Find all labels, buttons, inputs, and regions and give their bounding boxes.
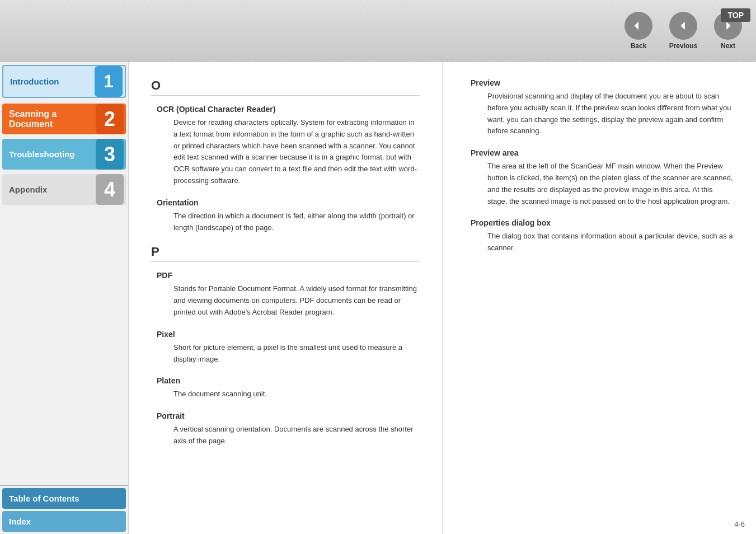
introduction-num: 1 [95,66,123,97]
term-properties-desc: The dialog box that contains information… [487,231,734,254]
back-label: Back [631,42,647,50]
term-pixel-desc: Short for picture element, a pixel is th… [173,342,420,366]
troubleshooting-label: Troubleshooting [2,145,96,163]
scanning-num: 2 [96,104,124,134]
index-button[interactable]: Index [2,511,126,532]
section-o: O [151,78,420,96]
previous-button[interactable]: Previous [661,8,706,53]
term-ocr-title: OCR (Optical Character Reader) [157,105,420,114]
next-label: Next [721,42,735,50]
troubleshooting-num: 3 [96,139,124,170]
scanning-label: Scanning a Document [2,105,96,134]
sidebar-item-appendix[interactable]: Appendix 4 [2,174,126,205]
page-number: 4-6 [734,520,745,528]
term-preview-desc: Provisional scanning and display of the … [487,91,734,137]
term-pdf-desc: Stands for Portable Document Format. A w… [173,283,420,318]
content-right: Preview Provisional scanning and display… [443,62,756,534]
sidebar-item-scanning[interactable]: Scanning a Document 2 [2,104,126,134]
main-content: O OCR (Optical Character Reader) Device … [129,62,756,534]
back-button[interactable]: Back [616,8,661,53]
term-preview-title: Preview [471,78,734,87]
term-preview-area-title: Preview area [471,148,734,157]
term-pdf-title: PDF [157,271,420,280]
section-p: P [151,245,420,262]
sidebar-item-introduction[interactable]: Introduction 1 [2,65,126,98]
term-portrait-title: Portrait [157,411,420,420]
top-bar: Back Previous Next TOP [0,0,756,62]
term-orientation-desc: The direction in which a document is fed… [173,210,420,234]
term-pixel-title: Pixel [157,330,420,339]
nav-buttons: Back Previous Next TOP [616,8,750,53]
term-platen-title: Platen [157,376,420,385]
term-orientation-title: Orientation [157,198,420,207]
term-properties-title: Properties dialog box [471,218,734,227]
sidebar-bottom: Table of Contents Index [0,485,128,534]
top-label[interactable]: TOP [721,8,750,22]
previous-label: Previous [669,42,698,50]
sidebar: Introduction 1 Scanning a Document 2 Tro… [0,62,129,534]
sidebar-item-troubleshooting[interactable]: Troubleshooting 3 [2,139,126,170]
term-platen-desc: The document scanning unit. [173,388,420,400]
toc-button[interactable]: Table of Contents [2,488,126,509]
toc-label: Table of Contents [9,494,79,503]
appendix-num: 4 [96,174,124,205]
content-left: O OCR (Optical Character Reader) Device … [129,62,443,534]
index-label: Index [9,517,31,526]
appendix-label: Appendix [2,180,96,199]
term-preview-area-desc: The area at the left of the ScanGear MF … [487,161,734,207]
term-ocr-desc: Device for reading characters optically.… [173,117,420,187]
introduction-label: Introduction [3,72,95,91]
term-portrait-desc: A vertical scanning orientation. Documen… [173,424,420,447]
